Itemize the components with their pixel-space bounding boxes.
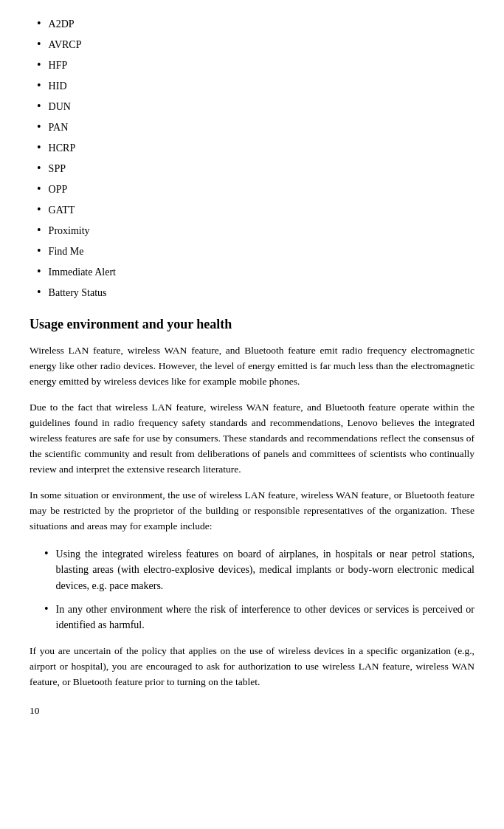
bullet-item: A2DP bbox=[30, 15, 474, 32]
bullet-item: Proximity bbox=[30, 221, 474, 239]
bullet-item: Immediate Alert bbox=[30, 263, 474, 281]
paragraph-1: Wireless LAN feature, wireless WAN featu… bbox=[30, 343, 474, 390]
paragraph-3: In some situation or environment, the us… bbox=[30, 488, 474, 534]
bullet-item: OPP bbox=[30, 180, 474, 198]
indent-bullet-item: Using the integrated wireless features o… bbox=[30, 545, 474, 594]
paragraph-2: Due to the fact that wireless LAN featur… bbox=[30, 400, 474, 478]
bullet-item: DUN bbox=[30, 97, 474, 115]
bullet-item: Battery Status bbox=[30, 283, 474, 301]
indent-bullet-item: In any other environment where the risk … bbox=[30, 600, 474, 633]
final-paragraph: If you are uncertain of the policy that … bbox=[30, 644, 474, 690]
bullet-item: HID bbox=[30, 77, 474, 94]
section-heading: Usage environment and your health bbox=[30, 316, 474, 333]
bullet-item: GATT bbox=[30, 201, 474, 219]
situation-list: Using the integrated wireless features o… bbox=[30, 545, 474, 633]
bullet-item: HFP bbox=[30, 56, 474, 74]
bullet-item: HCRP bbox=[30, 139, 474, 156]
page-number: 10 bbox=[30, 705, 474, 717]
bullet-item: AVRCP bbox=[30, 35, 474, 53]
bullet-item: SPP bbox=[30, 159, 474, 177]
bullet-item: Find Me bbox=[30, 242, 474, 260]
bullet-item: PAN bbox=[30, 118, 474, 136]
profile-list: A2DPAVRCPHFPHIDDUNPANHCRPSPPOPPGATTProxi… bbox=[30, 15, 474, 301]
